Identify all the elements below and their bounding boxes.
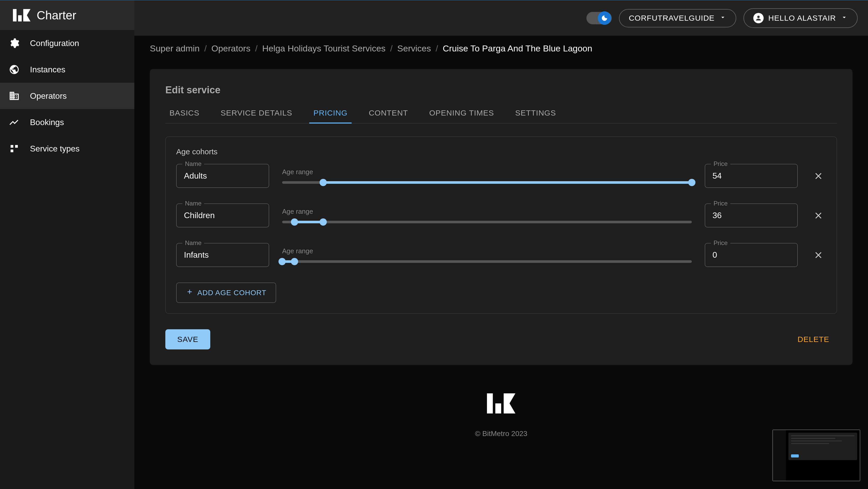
brand-title: Charter xyxy=(37,8,76,22)
instance-label: CORFUTRAVELGUIDE xyxy=(629,14,715,23)
footer-copyright: © BitMetro 2023 xyxy=(134,430,868,438)
slider-thumb-start[interactable] xyxy=(278,258,286,265)
slider-thumb-start[interactable] xyxy=(291,218,298,226)
cohort-price-field: Price xyxy=(705,243,798,267)
brand-logo-icon xyxy=(13,9,30,22)
footer-logo-icon xyxy=(487,393,516,419)
section-label: Age cohorts xyxy=(176,147,826,156)
avatar-icon xyxy=(753,13,764,23)
gear-icon xyxy=(9,38,20,49)
sidebar: Charter Configuration Instances Operator… xyxy=(0,1,134,489)
main-content: CORFUTRAVELGUIDE HELLO ALASTAIR Super ad… xyxy=(134,1,868,489)
name-label: Name xyxy=(182,200,204,207)
category-icon xyxy=(9,143,20,154)
price-label: Price xyxy=(711,160,730,167)
tabs: BASICS SERVICE DETAILS PRICING CONTENT O… xyxy=(165,103,837,124)
breadcrumb-link[interactable]: Helga Holidays Tourist Services xyxy=(262,43,385,54)
sidebar-item-label: Configuration xyxy=(30,38,79,48)
range-label: Age range xyxy=(282,247,692,255)
sidebar-item-label: Instances xyxy=(30,65,65,74)
breadcrumb-link[interactable]: Services xyxy=(397,43,431,54)
slider-thumb-end[interactable] xyxy=(319,218,327,226)
add-age-cohort-button[interactable]: ADD AGE COHORT xyxy=(176,282,276,303)
user-label: HELLO ALASTAIR xyxy=(768,14,836,23)
slider-track[interactable] xyxy=(282,260,692,263)
breadcrumb: Super admin / Operators / Helga Holidays… xyxy=(134,36,868,61)
cohort-row: Name Age range Price xyxy=(176,204,826,227)
remove-cohort-button[interactable] xyxy=(811,171,826,181)
cohort-price-field: Price xyxy=(705,164,798,188)
save-button[interactable]: SAVE xyxy=(165,329,210,349)
toggle-knob xyxy=(598,11,611,25)
chevron-down-icon xyxy=(719,14,726,23)
age-range-slider: Age range xyxy=(282,247,692,263)
sidebar-item-operators[interactable]: Operators xyxy=(0,83,134,109)
cohort-row: Name Age range Price xyxy=(176,243,826,267)
range-label: Age range xyxy=(282,168,692,176)
tab-opening-times[interactable]: OPENING TIMES xyxy=(425,103,498,124)
cohort-name-field: Name xyxy=(176,164,269,188)
tab-settings[interactable]: SETTINGS xyxy=(511,103,560,124)
age-cohorts-section: Age cohorts Name Age range xyxy=(165,136,837,314)
business-icon xyxy=(9,90,20,101)
dark-mode-toggle[interactable] xyxy=(586,12,612,24)
slider-thumb-end[interactable] xyxy=(688,179,695,186)
slider-track[interactable] xyxy=(282,221,692,223)
tab-pricing[interactable]: PRICING xyxy=(309,103,351,124)
remove-cohort-button[interactable] xyxy=(811,210,826,221)
chevron-down-icon xyxy=(841,14,848,23)
price-label: Price xyxy=(711,200,730,207)
slider-thumb-end[interactable] xyxy=(291,258,298,265)
edit-service-card: Edit service BASICS SERVICE DETAILS PRIC… xyxy=(150,69,852,365)
breadcrumb-separator: / xyxy=(390,43,393,54)
sidebar-item-service-types[interactable]: Service types xyxy=(0,135,134,162)
slider-thumb-start[interactable] xyxy=(319,179,327,186)
plus-icon xyxy=(186,288,193,297)
name-label: Name xyxy=(182,239,204,247)
tab-service-details[interactable]: SERVICE DETAILS xyxy=(216,103,296,124)
sidebar-item-bookings[interactable]: Bookings xyxy=(0,109,134,135)
nav-menu: Configuration Instances Operators Bookin… xyxy=(0,30,134,489)
sidebar-item-label: Bookings xyxy=(30,118,64,127)
sidebar-item-configuration[interactable]: Configuration xyxy=(0,30,134,56)
age-range-slider: Age range xyxy=(282,208,692,223)
page-title: Edit service xyxy=(165,85,837,96)
analytics-icon xyxy=(9,117,20,128)
slider-track[interactable] xyxy=(282,181,692,184)
breadcrumb-current: Cruise To Parga And The Blue Lagoon xyxy=(443,43,592,54)
tab-basics[interactable]: BASICS xyxy=(165,103,204,124)
sidebar-item-label: Operators xyxy=(30,91,67,101)
range-label: Age range xyxy=(282,208,692,216)
cohort-name-field: Name xyxy=(176,204,269,227)
cohort-price-field: Price xyxy=(705,204,798,227)
sidebar-item-label: Service types xyxy=(30,144,80,154)
brand[interactable]: Charter xyxy=(0,1,134,30)
topbar: CORFUTRAVELGUIDE HELLO ALASTAIR xyxy=(134,1,868,36)
add-cohort-label: ADD AGE COHORT xyxy=(197,289,266,297)
age-range-slider: Age range xyxy=(282,168,692,184)
breadcrumb-link[interactable]: Super admin xyxy=(150,43,200,54)
globe-icon xyxy=(9,64,20,75)
price-label: Price xyxy=(711,239,730,247)
user-menu[interactable]: HELLO ALASTAIR xyxy=(743,8,858,28)
delete-button[interactable]: DELETE xyxy=(790,329,837,349)
breadcrumb-separator: / xyxy=(255,43,257,54)
remove-cohort-button[interactable] xyxy=(811,250,826,260)
breadcrumb-link[interactable]: Operators xyxy=(211,43,250,54)
form-actions: SAVE DELETE xyxy=(165,329,837,349)
instance-selector[interactable]: CORFUTRAVELGUIDE xyxy=(619,9,736,27)
sidebar-item-instances[interactable]: Instances xyxy=(0,56,134,83)
footer: © BitMetro 2023 xyxy=(134,373,868,453)
breadcrumb-separator: / xyxy=(204,43,207,54)
tab-content[interactable]: CONTENT xyxy=(365,103,412,124)
preview-thumbnail[interactable] xyxy=(772,430,860,481)
name-label: Name xyxy=(182,160,204,167)
cohort-name-field: Name xyxy=(176,243,269,267)
breadcrumb-separator: / xyxy=(436,43,438,54)
cohort-row: Name Age range Price xyxy=(176,164,826,188)
